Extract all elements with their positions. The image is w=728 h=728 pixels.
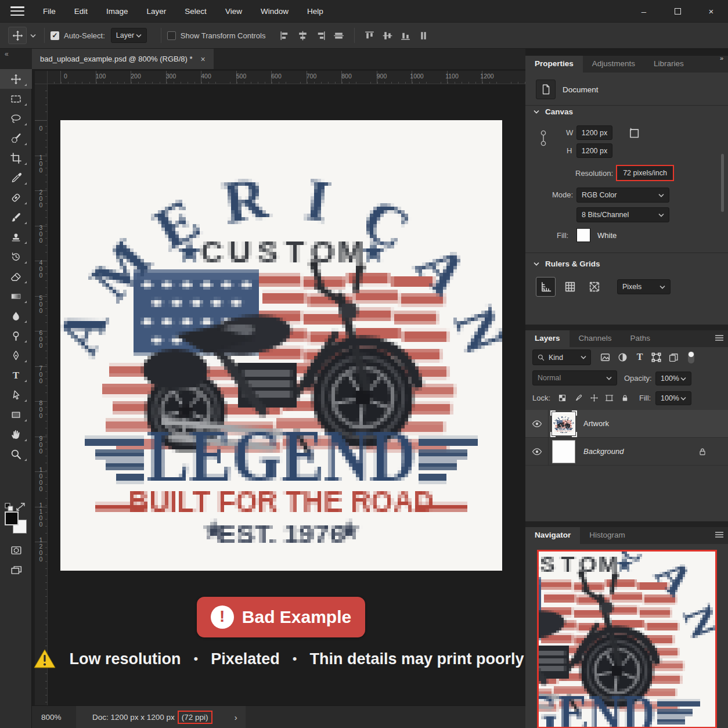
visibility-eye-icon[interactable] — [525, 410, 549, 437]
blur-tool[interactable] — [0, 306, 32, 326]
close-button[interactable]: × — [694, 0, 728, 22]
blend-mode-dropdown[interactable]: Normal — [532, 370, 617, 385]
toggle-grid-icon[interactable] — [560, 277, 580, 297]
width-input[interactable]: 1200 px — [576, 125, 612, 140]
foreground-color-swatch[interactable] — [5, 511, 19, 525]
status-chevron-icon[interactable]: › — [235, 712, 237, 722]
lock-position-icon[interactable] — [588, 391, 600, 404]
quick-select-tool[interactable] — [0, 128, 32, 148]
height-input[interactable]: 1200 px — [576, 143, 612, 158]
color-mode-dropdown[interactable]: RGB Color — [576, 188, 669, 203]
lock-artboard-icon[interactable] — [603, 391, 615, 404]
opacity-dropdown[interactable]: 100% — [655, 372, 691, 385]
chevron-down-icon[interactable] — [658, 193, 664, 197]
quick-mask-icon[interactable] — [0, 542, 32, 559]
align-right-edges-icon[interactable] — [315, 29, 327, 42]
chevron-down-icon[interactable] — [658, 213, 664, 217]
menu-file[interactable]: File — [34, 2, 65, 21]
link-dimensions-icon[interactable] — [539, 128, 547, 149]
path-select-tool[interactable] — [0, 385, 32, 405]
tab-navigator_panel-histogram[interactable]: Histogram — [580, 527, 635, 544]
horizontal-ruler[interactable]: 0100200300400500600700800900100011001200 — [48, 71, 525, 84]
layer-fill-dropdown[interactable]: 100% — [655, 391, 691, 405]
tab-properties_panel-adjustments[interactable]: Adjustments — [583, 56, 644, 73]
chevron-down-icon[interactable] — [534, 110, 539, 114]
layer-row-artwork[interactable]: Artwork — [525, 410, 728, 438]
smart-object-filter-icon[interactable] — [667, 351, 680, 363]
status-zoom-level[interactable]: 800% — [41, 713, 76, 722]
panel-menu-icon[interactable] — [715, 532, 723, 538]
image-filter-icon[interactable] — [599, 351, 611, 363]
screen-mode-icon[interactable] — [0, 561, 32, 579]
document-canvas[interactable] — [60, 120, 502, 571]
doc-info[interactable]: Doc: 1200 px x 1200 px (72 ppi) › — [76, 706, 246, 728]
scrollbar[interactable] — [721, 154, 724, 212]
gradient-tool[interactable] — [0, 286, 32, 306]
menu-window[interactable]: Window — [251, 2, 298, 21]
maximize-button[interactable] — [661, 0, 694, 22]
filter-toggle-switch[interactable] — [684, 351, 697, 363]
foreground-background-swatches[interactable] — [5, 511, 28, 536]
spot-heal-tool[interactable] — [0, 188, 32, 207]
layer-thumbnail[interactable] — [552, 440, 575, 463]
clone-stamp-tool[interactable] — [0, 227, 32, 247]
lock-transparency-icon[interactable] — [556, 391, 568, 404]
ruler-origin-corner[interactable] — [35, 71, 48, 84]
resolution-value-highlighted[interactable]: 72 pixels/inch — [616, 165, 674, 181]
document-tab[interactable]: bad_upload_example.psd @ 800% (RGB/8) * … — [32, 49, 214, 69]
shape-filter-icon[interactable] — [650, 351, 662, 363]
dodge-tool[interactable] — [0, 326, 32, 345]
brush-tool[interactable] — [0, 207, 32, 227]
auto-select-target-dropdown[interactable]: Layer — [111, 28, 147, 43]
chevron-down-icon[interactable] — [30, 34, 36, 38]
menu-help[interactable]: Help — [298, 2, 333, 21]
chevron-down-icon[interactable] — [659, 285, 665, 289]
layer-thumbnail[interactable] — [552, 412, 575, 435]
menu-edit[interactable]: Edit — [65, 2, 97, 21]
distribute-spacing-icon[interactable] — [417, 29, 430, 42]
navigator-proxy-view[interactable] — [537, 550, 717, 728]
align-top-edges-icon[interactable] — [363, 29, 376, 42]
ruler-units-dropdown[interactable]: Pixels — [617, 279, 671, 294]
move-tool-options-icon[interactable] — [8, 27, 27, 44]
menu-layer[interactable]: Layer — [138, 2, 176, 21]
layer-filter-search[interactable]: Kind — [532, 349, 591, 365]
history-brush-tool[interactable] — [0, 247, 32, 266]
distribute-horizontal-centers-icon[interactable] — [333, 29, 345, 42]
type-filter-icon[interactable]: T — [633, 351, 646, 363]
toggle-guides-icon[interactable] — [585, 277, 604, 297]
layer-name[interactable]: Background — [583, 447, 624, 456]
move-tool[interactable] — [0, 69, 32, 89]
hamburger-menu-icon[interactable] — [10, 6, 24, 16]
tab-layers_panel-paths[interactable]: Paths — [621, 330, 660, 347]
hand-tool[interactable] — [0, 424, 32, 444]
chevron-down-icon[interactable] — [606, 376, 612, 380]
lasso-tool[interactable] — [0, 109, 32, 128]
align-bottom-edges-icon[interactable] — [399, 29, 412, 42]
tab-properties_panel-properties[interactable]: Properties — [525, 56, 583, 73]
marquee-tool[interactable] — [0, 89, 32, 109]
tab-properties_panel-libraries[interactable]: Libraries — [644, 56, 693, 73]
chevron-down-icon[interactable] — [136, 34, 142, 38]
tab-close-icon[interactable]: × — [201, 55, 206, 64]
menu-view[interactable]: View — [216, 2, 251, 21]
vertical-ruler[interactable]: 01 0 02 0 03 0 04 0 05 0 06 0 07 0 08 0 … — [35, 84, 48, 705]
shape-tool[interactable] — [0, 405, 32, 424]
align-horizontal-centers-icon[interactable] — [297, 29, 309, 42]
collapse-panel-right-icon[interactable]: » — [720, 55, 723, 62]
chevron-down-icon[interactable] — [534, 262, 539, 266]
eyedropper-tool[interactable] — [0, 168, 32, 188]
auto-select-checkbox[interactable]: ✓ — [51, 31, 59, 40]
lock-all-icon[interactable] — [618, 391, 631, 404]
layer-name[interactable]: Artwork — [583, 419, 609, 428]
chevron-down-icon[interactable] — [680, 377, 686, 381]
eraser-tool[interactable] — [0, 266, 32, 286]
canvas-rotate-icon[interactable] — [628, 126, 640, 139]
minimize-button[interactable]: – — [627, 0, 661, 22]
bit-depth-dropdown[interactable]: 8 Bits/Channel — [576, 207, 669, 222]
chevron-down-icon[interactable] — [680, 397, 686, 401]
align-left-edges-icon[interactable] — [279, 29, 291, 42]
fill-color-swatch[interactable] — [576, 228, 590, 242]
visibility-eye-icon[interactable] — [525, 438, 549, 465]
crop-tool[interactable] — [0, 148, 32, 168]
